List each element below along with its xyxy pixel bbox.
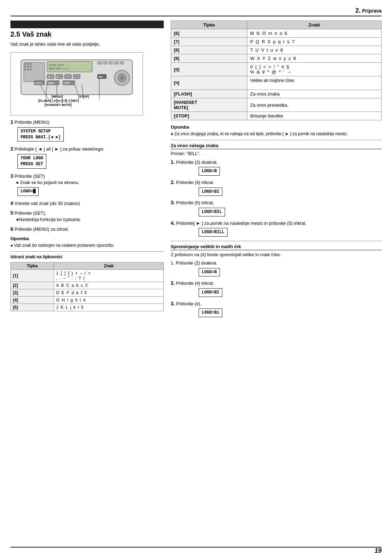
key-3: [3]	[11, 289, 54, 296]
case-step-1: 1. Pritisnite (2) dvakrat. LOGO=B	[171, 260, 382, 278]
col-header-znak: Znak	[54, 262, 164, 269]
table-row: [HANDSETMUTE] Za vnos presledka.	[171, 98, 382, 112]
step-2-num: 2	[10, 146, 13, 152]
step-3-bullet: ● Znak se bo pojavil na ekranu.	[16, 179, 164, 186]
svg-point-5	[27, 63, 29, 65]
lcd-step1: SYSTEM SETUPPRESS NAVI.[◄ ►]	[17, 127, 64, 142]
char-table-left: Tipka Znak [1] 1 [ ] { } + – / =, . – " …	[10, 262, 164, 311]
svg-rect-15	[103, 62, 107, 64]
svg-text:+: +	[66, 76, 67, 78]
svg-text:[MENU]: [MENU]	[52, 95, 63, 98]
char-table-right: Tipke Znaki [6] M N O m n o 6 [7] P Q R …	[171, 21, 382, 120]
svg-point-8	[30, 63, 32, 65]
svg-text:►: ►	[56, 76, 59, 78]
key-flash: [FLASH]	[171, 90, 247, 98]
chars-8: T U V t u v 8	[247, 46, 381, 54]
svg-point-9	[30, 66, 32, 68]
svg-text:STOP: STOP	[63, 82, 70, 84]
step-4: 4 Vnesite vaš znak (do 30 znakov)	[10, 200, 164, 207]
svg-point-4	[24, 69, 26, 71]
key-stop: [STOP]	[171, 112, 247, 120]
section-title-text: Vaš znak	[22, 30, 52, 38]
device-image: SYSTEM SETUP PRESS NAVI.[◄ ►] ◄ ► +	[10, 52, 143, 115]
table-row: [4] G H I g h i 4	[11, 296, 164, 304]
lcd-step3: LOGO=█	[17, 187, 39, 196]
chars-2: A B C a b c 2	[54, 282, 164, 289]
lcd-example-1: LOGO=B	[199, 167, 220, 176]
lcd-example-3: LOGO=BIL	[199, 208, 225, 216]
table-row: [0] 0 { } < > ! " # §% & ¥ * @ ^ ' →	[171, 63, 382, 76]
example-step-1-text: Pritisnite (2) dvakrat.	[176, 160, 217, 165]
svg-rect-17	[114, 62, 118, 64]
case-step-3-text: Pritisnite (#).	[176, 301, 201, 306]
subsection-case-title: Spreminjanje velikih in malih črk	[171, 244, 382, 250]
step-6-text: Pritisnite (MENU) za izhod.	[14, 227, 69, 232]
chars-3: D E F d e f 3	[54, 289, 164, 296]
table-row: [2] A B C a b c 2	[11, 282, 164, 289]
step-5-text: Pritisnite (SET).	[14, 211, 46, 216]
svg-point-2	[24, 63, 26, 65]
step-5-num: 5	[10, 210, 13, 216]
section-label: Priprava	[362, 8, 382, 14]
section-number: 2.	[355, 7, 361, 14]
table-row: [5] J K L j k l 5	[11, 304, 164, 311]
section-title: 2.5 Vaš znak	[10, 30, 164, 38]
example-step-4: 4. Pritisnite[ ► ] za pomik na naslednje…	[171, 220, 382, 238]
case-step-3-num: 3.	[171, 301, 175, 306]
table-row: [1] 1 [ ] { } + – / =, . – " : ; ? |	[11, 269, 164, 282]
key-hash: [⌗]	[171, 76, 247, 90]
key-9: [9]	[171, 54, 247, 63]
device-svg: SYSTEM SETUP PRESS NAVI.[◄ ►] ◄ ► +	[14, 55, 139, 111]
step-1: 1 Pritisnite (MENU) SYSTEM SETUPPRESS NA…	[10, 119, 164, 143]
key-handset-mute: [HANDSETMUTE]	[171, 98, 247, 112]
chars-flash: Za vnos znaka	[247, 90, 381, 98]
chars-0: 0 { } < > ! " # §% & ¥ * @ ^ ' →	[247, 63, 381, 76]
chars-9: W X Y Z w x y z 9	[247, 54, 381, 63]
page-header: 2. Priprava	[10, 7, 382, 16]
key-5: [5]	[11, 304, 54, 311]
example-step-2: 2. Pritisnite (4) trikrat. LOGO=BI	[171, 179, 382, 197]
svg-text:SET: SET	[99, 76, 103, 78]
main-content: 2.5 Vaš znak Vaš znak je lahko vaše ime …	[10, 21, 382, 321]
right-column: Tipke Znaki [6] M N O m n o 6 [7] P Q R …	[171, 21, 382, 321]
case-step-2-text: Pritisnite (4) trikrat.	[176, 281, 214, 286]
opomba-right: Opomba ● Za vnos drugega znaka, ki se na…	[171, 124, 382, 137]
svg-text:[STOP]: [STOP]	[78, 95, 89, 98]
section-description: Vaš znak je lahko vaše ime ali vaše podj…	[10, 41, 164, 47]
table-row: [7] P Q R S p q r s 7	[171, 38, 382, 46]
key-2: [2]	[11, 282, 54, 289]
example-step-3: 3. Pritisnite (5) trikrat. LOGO=BIL	[171, 199, 382, 217]
example-step-3-text: Pritisnite (5) trikrat.	[176, 200, 214, 205]
chars-5: J K L j k l 5	[54, 304, 164, 311]
step-5-bullet: ●Naslednja funkcija bo izpisana.	[16, 216, 164, 223]
example-subtitle: Primer: "BILL".	[171, 151, 382, 157]
svg-text:[FLASH]  [◄][►][+][–]  [SET]: [FLASH] [◄][►][+][–] [SET]	[38, 99, 79, 102]
col-header-tipka: Tipka	[11, 262, 54, 269]
lcd-case-1: LOGO=B	[199, 268, 220, 277]
subsection-example-title: Za vnos vašega znaka	[171, 143, 382, 149]
svg-point-3	[24, 66, 26, 68]
divider-right-2	[171, 241, 382, 241]
table-row: [3] D E F d e f 3	[11, 289, 164, 296]
svg-rect-1	[24, 63, 45, 82]
example-step-4-num: 4.	[171, 220, 175, 226]
svg-point-10	[30, 69, 32, 71]
svg-text:◄: ◄	[48, 76, 50, 78]
case-step-2-num: 2.	[171, 280, 175, 286]
step-1-num: 1	[10, 119, 13, 125]
opomba-left-title: Opomba	[10, 236, 29, 241]
key-8: [8]	[171, 46, 247, 54]
case-step-3: 3. Pritisnite (#). LOGO=Bi	[171, 300, 382, 319]
svg-rect-18	[120, 62, 124, 64]
step-3-num: 3	[10, 173, 13, 179]
table-row: [9] W X Y Z w x y z 9	[171, 54, 382, 63]
svg-point-6	[27, 66, 29, 68]
svg-point-35	[121, 77, 123, 79]
example-step-1: 1. Pritisnite (2) dvakrat. LOGO=B	[171, 159, 382, 177]
step-1-text: Pritisnite (MENU)	[14, 120, 49, 125]
divider-left	[10, 251, 164, 252]
example-step-2-num: 2.	[171, 179, 175, 185]
chars-4: G H I g h i 4	[54, 296, 164, 304]
lcd-example-2: LOGO=BI	[199, 188, 222, 196]
lcd-example-4: LOGO=BILL	[199, 228, 228, 237]
